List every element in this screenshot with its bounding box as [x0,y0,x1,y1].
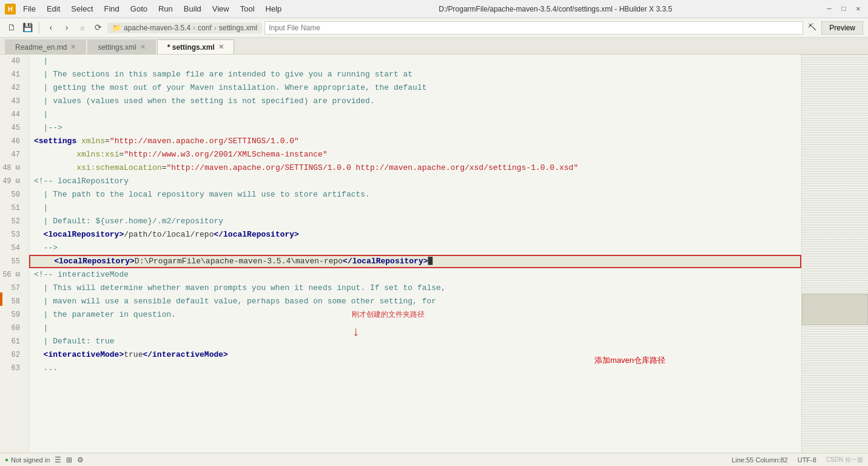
ln-54: 54 [0,241,24,255]
ln-48: 48 ⊟ [0,161,24,175]
code-line-57: | This will determine whether maven prom… [29,282,801,295]
ln-45: 45 [0,121,24,135]
toolbar: 🗋 💾 ‹ › ☆ ⟳ 📁 apache-maven-3.5.4 › conf … [0,18,868,38]
tab-settings-label: settings.xml [98,43,136,52]
tab-readme-label: Readme_en.md [15,43,67,52]
minimize-button[interactable]: ─ [824,4,834,14]
refresh-button[interactable]: ⟳ [92,21,105,35]
sign-in-status: ● Not signed in [5,456,50,464]
gutter-marker [0,292,2,306]
tab-readme-close[interactable]: ✕ [70,43,76,51]
menu-view[interactable]: View [207,3,234,15]
code-line-54: --> [29,241,801,255]
breadcrumb-sep-1: › [193,24,195,32]
status-left: ● Not signed in ☰ ⊞ ⚙ [5,456,84,464]
file-name-input[interactable] [264,21,803,35]
menu-help[interactable]: Help [261,3,287,15]
menu-bar: File Edit Select Find Goto Run Build Vie… [18,3,286,15]
code-line-40: | [29,55,801,68]
code-line-60: | [29,322,801,335]
tab-settings-active-label: * settings.xml [167,43,215,52]
code-container[interactable]: 40 41 42 43 44 45 46 47 48 ⊟ 49 ⊟ 50 51 … [0,55,801,453]
status-bar: ● Not signed in ☰ ⊞ ⚙ Line:55 Column:82 … [0,453,868,466]
tab-settings-xml[interactable]: settings.xml ✕ [87,39,155,54]
line-numbers: 40 41 42 43 44 45 46 47 48 ⊟ 49 ⊟ 50 51 … [0,55,29,453]
ln-52: 52 [0,215,24,228]
status-right: Line:55 Column:82 UTF-8 CSDN 你一篇 [732,456,863,464]
bookmark-button[interactable]: ☆ [76,21,89,35]
code-line-53: <localRepository>/path/to/local/repo</lo… [29,228,801,241]
ln-40: 40 [0,55,24,68]
ln-63: 63 [0,362,24,375]
ln-58: 58 [0,295,24,308]
code-line-47: xmlns:xsi="http://www.w3.org/2001/XMLSch… [29,148,801,161]
encoding-label: UTF-8 [798,456,816,464]
breadcrumb-part-1[interactable]: apache-maven-3.5.4 [124,24,190,32]
maximize-button[interactable]: □ [839,4,849,14]
menu-run[interactable]: Run [153,3,178,15]
code-line-45: |--> [29,121,801,135]
code-line-50: | The path to the local repository maven… [29,188,801,201]
preview-button[interactable]: Preview [821,21,863,35]
code-line-63: ... [29,362,801,375]
code-line-58: | maven will use a sensible default valu… [29,295,801,308]
code-line-43: | values (values used when the setting i… [29,95,801,108]
menu-goto[interactable]: Goto [126,3,152,15]
app-logo: H [5,4,16,15]
code-line-41: | The sections in this sample file are i… [29,68,801,81]
breadcrumb-part-3[interactable]: settings.xml [219,24,257,32]
ln-57: 57 [0,282,24,295]
ln-41: 41 [0,68,24,81]
menu-tool[interactable]: Tool [235,3,260,15]
code-line-42: | getting the most out of your Maven ins… [29,81,801,95]
tab-readme[interactable]: Readme_en.md ✕ [5,39,86,54]
forward-button[interactable]: › [60,21,73,35]
title-bar-left: H File Edit Select Find Goto Run Build V… [5,3,286,15]
folder-icon: 📁 [112,24,121,32]
menu-edit[interactable]: Edit [42,3,65,15]
ln-59: 59 [0,308,24,322]
toolbar-sep-1 [39,22,39,33]
code-content[interactable]: | | The sections in this sample file are… [29,55,801,453]
sign-in-label[interactable]: Not signed in [11,456,50,464]
filter-icon[interactable]: ⛏ [806,21,819,35]
minimap-viewport[interactable] [802,294,868,325]
new-file-button[interactable]: 🗋 [5,21,18,35]
code-line-62: <interactiveMode>true</interactiveMode> [29,348,801,362]
menu-build[interactable]: Build [179,3,206,15]
ln-61: 61 [0,335,24,348]
ln-49: 49 ⊟ [0,175,24,188]
code-line-52: | Default: ${user.home}/.m2/repository [29,215,801,228]
menu-find[interactable]: Find [99,3,124,15]
code-line-51: | [29,201,801,215]
title-bar: H File Edit Select Find Goto Run Build V… [0,0,868,18]
tab-settings-xml-active[interactable]: * settings.xml ✕ [157,39,234,54]
breadcrumb-part-2[interactable]: conf [198,24,212,32]
ln-46: 46 [0,135,24,148]
code-line-59: | the parameter in question. [29,308,801,322]
code-line-56: <!-- interactiveMode [29,268,801,282]
menu-file[interactable]: File [18,3,41,15]
tab-settings-close[interactable]: ✕ [140,43,146,51]
settings-icon[interactable]: ⚙ [77,456,84,464]
close-button[interactable]: ✕ [853,4,863,14]
breadcrumb-sep-2: › [214,24,217,32]
ln-53: 53 [0,228,24,241]
ln-62: 62 [0,348,24,362]
back-button[interactable]: ‹ [44,21,58,35]
menu-select[interactable]: Select [66,3,98,15]
indent-icon[interactable]: ⊞ [66,456,72,464]
ln-44: 44 [0,108,24,121]
code-line-46: <settings xmlns="http://maven.apache.org… [29,135,801,148]
ln-42: 42 [0,81,24,95]
watermark: CSDN 你一篇 [826,456,863,464]
ln-55: 55 [0,255,24,268]
ln-47: 47 [0,148,24,161]
breadcrumb: 📁 apache-maven-3.5.4 › conf › settings.x… [107,22,262,33]
tab-settings-active-close[interactable]: ✕ [218,43,224,51]
format-icon[interactable]: ☰ [55,456,61,464]
code-line-49: <!-- localRepository [29,175,801,188]
save-button[interactable]: 💾 [21,21,34,35]
ln-43: 43 [0,95,24,108]
tab-bar: Readme_en.md ✕ settings.xml ✕ * settings… [0,38,868,55]
